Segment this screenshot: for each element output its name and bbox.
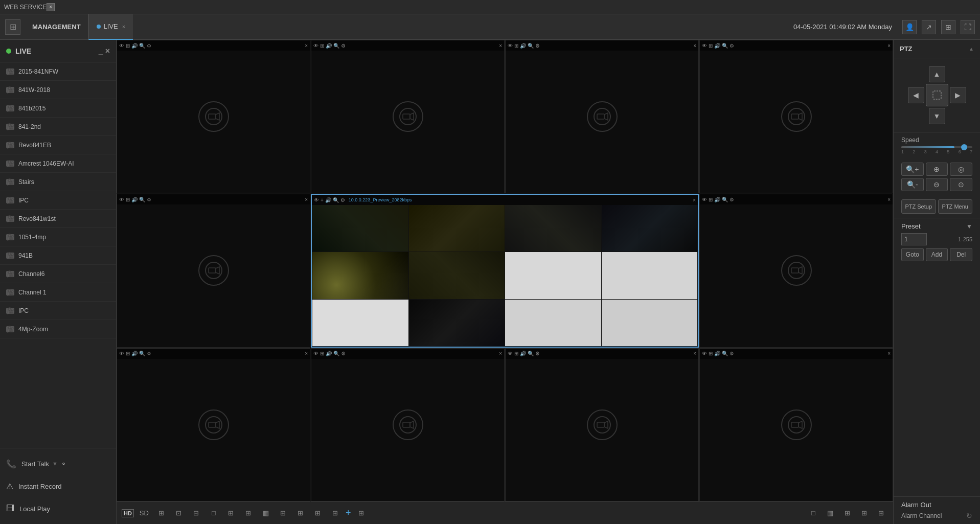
nav-tab-live[interactable]: LIVE × xyxy=(88,14,133,40)
cell-close-2-0[interactable]: × xyxy=(305,351,308,356)
close-live-tab[interactable]: × xyxy=(122,24,125,30)
camera-item-10[interactable]: 🎥 941B xyxy=(0,246,116,265)
grid-cell-0-3[interactable]: 👁 ⊞ 🔊 🔍 ⚙ × xyxy=(699,40,893,193)
app-logo[interactable]: ⊞ xyxy=(5,19,20,35)
grid-cell-2-3[interactable]: 👁 ⊞ 🔊 🔍 ⚙ × xyxy=(699,348,893,502)
layout-btn-3[interactable]: ⊟ xyxy=(189,506,203,520)
cell-close-0-1[interactable]: × xyxy=(499,43,502,49)
layout-btn-2[interactable]: ⊡ xyxy=(172,506,186,520)
title-bar-close-btn[interactable]: × xyxy=(47,3,55,11)
zoom-out-btn[interactable]: 🔍- xyxy=(901,178,924,191)
grid-cell-1-3[interactable]: 👁 ⊞ 🔊 🔍 ⚙ × xyxy=(699,194,893,347)
layout-custom1[interactable]: ⊞ xyxy=(311,506,325,520)
ptz-down-btn[interactable]: ▼ xyxy=(929,108,945,124)
camera-placeholder-1-3 xyxy=(781,255,812,286)
camera-item-9[interactable]: 🎥 1051-4mp xyxy=(0,228,116,246)
grid-cell-0-2[interactable]: 👁 ⊞ 🔊 🔍 ⚙ × xyxy=(505,40,699,193)
camera-item-14[interactable]: 🎥 4Mp-Zoom xyxy=(0,320,116,338)
preset-dropdown-arrow[interactable]: ▼ xyxy=(966,223,972,230)
layout-1p5[interactable]: ▦ xyxy=(259,506,273,520)
sd-btn[interactable]: SD xyxy=(137,506,151,520)
preset-value-input[interactable] xyxy=(901,233,927,245)
view-4col[interactable]: ⊞ xyxy=(857,506,871,520)
iris-open-btn[interactable]: ◎ xyxy=(950,163,972,176)
fullscreen-icon[interactable]: ⛶ xyxy=(961,20,975,34)
layout-custom2[interactable]: ⊞ xyxy=(328,506,343,520)
focus-in-btn[interactable]: ⊕ xyxy=(926,163,948,176)
camera-item-5[interactable]: 🎥 Amcrest 1046EW-AI xyxy=(0,154,116,173)
cell-close-1-3[interactable]: × xyxy=(887,197,891,202)
user-icon[interactable]: 👤 xyxy=(902,20,917,34)
speed-thumb[interactable] xyxy=(961,144,967,150)
cell-close-1-0[interactable]: × xyxy=(305,197,308,202)
iris-close-btn[interactable]: ⊙ xyxy=(950,178,972,191)
add-preset-btn[interactable]: Add xyxy=(926,248,948,261)
cell-close-0-0[interactable]: × xyxy=(305,43,308,49)
layout-btn-1[interactable]: ⊞ xyxy=(154,506,169,520)
ptz-up-btn[interactable]: ▲ xyxy=(929,66,945,82)
grid-cell-0-1[interactable]: 👁 ⊞ 🔊 🔍 ⚙ × xyxy=(311,40,505,193)
camera-item-4[interactable]: 🎥 Revo841EB xyxy=(0,136,116,154)
ptz-center-btn[interactable] xyxy=(926,84,948,106)
speed-track[interactable] xyxy=(901,146,972,148)
camera-item-2[interactable]: 🎥 841b2015 xyxy=(0,99,116,118)
svg-marker-23 xyxy=(410,421,414,428)
view-5col[interactable]: ⊞ xyxy=(874,506,888,520)
camera-placeholder-2-3 xyxy=(781,409,812,440)
camera-item-1[interactable]: 🎥 841W-2018 xyxy=(0,81,116,99)
grid-cell-0-0[interactable]: 👁 ⊞ 🔊 🔍 ⚙ × xyxy=(117,40,310,193)
ptz-setup-btn[interactable]: PTZ Setup xyxy=(901,199,936,214)
camera-name-1: 841W-2018 xyxy=(18,86,50,94)
layout-5x5[interactable]: ⊞ xyxy=(293,506,308,520)
nav-bar: ⊞ MANAGEMENT LIVE × 04-05-2021 01:49:02 … xyxy=(0,14,980,40)
camera-item-3[interactable]: 🎥 841-2nd xyxy=(0,118,116,136)
zoom-in-btn[interactable]: 🔍+ xyxy=(901,163,924,176)
layout-3x3[interactable]: ⊞ xyxy=(241,506,256,520)
alarm-refresh-icon[interactable]: ↻ xyxy=(966,512,972,520)
ptz-menu-btn[interactable]: PTZ Menu xyxy=(938,199,973,214)
ptz-right-btn[interactable]: ▶ xyxy=(950,87,966,103)
layout-4x4[interactable]: ⊞ xyxy=(276,506,290,520)
view-3col[interactable]: ⊞ xyxy=(840,506,854,520)
grid-icon[interactable]: ⊞ xyxy=(941,20,955,34)
cell-close-0-3[interactable]: × xyxy=(887,43,891,49)
cell-close-2-1[interactable]: × xyxy=(499,351,502,356)
camera-item-13[interactable]: 🎥 IPC xyxy=(0,302,116,320)
alarm-out-label: Alarm Out xyxy=(901,501,972,509)
del-preset-btn[interactable]: Del xyxy=(950,248,972,261)
camera-item-11[interactable]: 🎥 Channel6 xyxy=(0,265,116,283)
active-stream-close[interactable]: × xyxy=(693,197,696,203)
grid-cell-1-0[interactable]: 👁 ⊞ 🔊 🔍 ⚙ × xyxy=(117,194,310,347)
cell-close-0-2[interactable]: × xyxy=(693,43,696,49)
live-panel-minimize[interactable]: _ xyxy=(99,47,103,56)
camera-item-12[interactable]: 🎥 Channel 1 xyxy=(0,283,116,302)
active-stream-cell[interactable]: 👁 + 🔊 🔍 ⚙ 10.0.0.223_Preview_2082kbps × xyxy=(311,194,699,347)
local-play-btn[interactable]: 🎞 Local Play xyxy=(0,497,116,520)
grid-cell-2-1[interactable]: 👁 ⊞ 🔊 🔍 ⚙ × xyxy=(311,348,505,502)
grid-cell-2-2[interactable]: 👁 ⊞ 🔊 🔍 ⚙ × xyxy=(505,348,699,502)
talk-dropdown[interactable]: ▼ xyxy=(52,461,58,467)
svg-marker-8 xyxy=(604,113,608,120)
start-talk-btn[interactable]: 📞 Start Talk ▼ ⚬ xyxy=(0,452,116,475)
layout-extra[interactable]: ⊞ xyxy=(354,506,368,520)
cell-close-2-3[interactable]: × xyxy=(887,351,891,356)
add-layout-btn[interactable]: + xyxy=(346,508,351,518)
title-bar-title: WEB SERVICE xyxy=(4,4,47,11)
live-panel-close[interactable]: × xyxy=(105,47,110,56)
instant-record-btn[interactable]: ⚠ Instant Record xyxy=(0,475,116,497)
camera-item-7[interactable]: 🎥 IPC xyxy=(0,191,116,210)
camera-item-8[interactable]: 🎥 Revo841w1st xyxy=(0,210,116,228)
cell-close-2-2[interactable]: × xyxy=(693,351,696,356)
view-2col[interactable]: ▦ xyxy=(823,506,837,520)
view-single[interactable]: □ xyxy=(806,506,821,520)
camera-item-6[interactable]: 🎥 Stairs xyxy=(0,173,116,191)
live-status-dot xyxy=(6,49,11,54)
layout-1x1[interactable]: □ xyxy=(207,506,221,520)
camera-item-0[interactable]: 🎥 2015-841NFW xyxy=(0,62,116,81)
grid-cell-2-0[interactable]: 👁 ⊞ 🔊 🔍 ⚙ × xyxy=(117,348,310,502)
signout-icon[interactable]: ↗ xyxy=(922,20,936,34)
layout-2x2[interactable]: ⊞ xyxy=(224,506,238,520)
focus-out-btn[interactable]: ⊖ xyxy=(926,178,948,191)
goto-btn[interactable]: Goto xyxy=(901,248,924,261)
ptz-left-btn[interactable]: ◀ xyxy=(908,87,924,103)
